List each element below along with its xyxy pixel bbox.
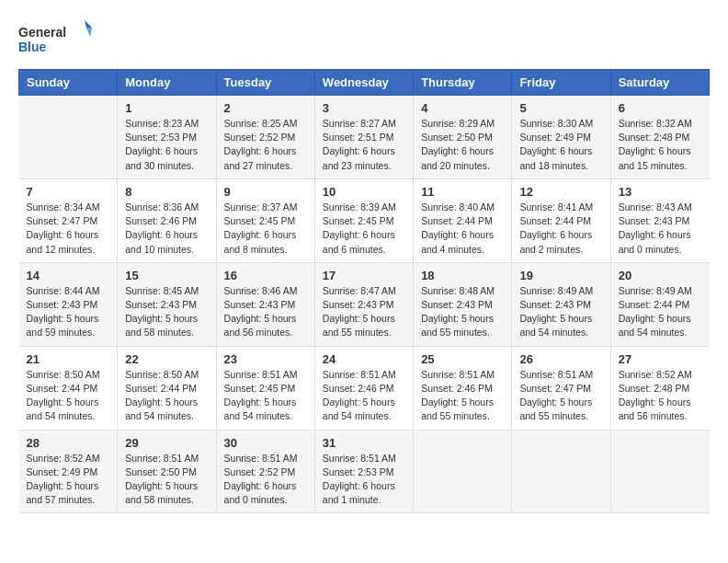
day-info: Sunrise: 8:43 AM Sunset: 2:43 PM Dayligh…: [619, 201, 702, 257]
calendar-cell: 24Sunrise: 8:51 AM Sunset: 2:46 PM Dayli…: [314, 346, 413, 430]
day-info: Sunrise: 8:51 AM Sunset: 2:50 PM Dayligh…: [125, 452, 208, 508]
week-row-1: 1Sunrise: 8:23 AM Sunset: 2:53 PM Daylig…: [19, 96, 710, 179]
day-number: 27: [619, 352, 702, 366]
calendar-cell: 9Sunrise: 8:37 AM Sunset: 2:45 PM Daylig…: [216, 178, 314, 262]
day-number: 12: [519, 185, 602, 199]
day-info: Sunrise: 8:25 AM Sunset: 2:52 PM Dayligh…: [224, 117, 307, 173]
day-number: 11: [421, 185, 504, 199]
day-number: 9: [224, 185, 307, 199]
day-info: Sunrise: 8:50 AM Sunset: 2:44 PM Dayligh…: [27, 368, 110, 424]
calendar-cell: 25Sunrise: 8:51 AM Sunset: 2:46 PM Dayli…: [414, 346, 512, 430]
calendar-cell: 20Sunrise: 8:49 AM Sunset: 2:44 PM Dayli…: [610, 262, 709, 346]
day-number: 29: [125, 436, 208, 450]
calendar-cell: 5Sunrise: 8:30 AM Sunset: 2:49 PM Daylig…: [512, 96, 610, 179]
day-number: 10: [323, 185, 405, 199]
day-info: Sunrise: 8:45 AM Sunset: 2:43 PM Dayligh…: [125, 284, 208, 340]
day-info: Sunrise: 8:41 AM Sunset: 2:44 PM Dayligh…: [519, 201, 602, 257]
day-info: Sunrise: 8:49 AM Sunset: 2:44 PM Dayligh…: [619, 284, 702, 340]
day-info: Sunrise: 8:44 AM Sunset: 2:43 PM Dayligh…: [27, 284, 110, 340]
day-header-sunday: Sunday: [19, 70, 118, 96]
calendar-cell: 21Sunrise: 8:50 AM Sunset: 2:44 PM Dayli…: [19, 346, 118, 430]
day-number: 1: [125, 101, 208, 115]
calendar-table: SundayMondayTuesdayWednesdayThursdayFrid…: [18, 69, 710, 513]
day-info: Sunrise: 8:37 AM Sunset: 2:45 PM Dayligh…: [224, 201, 307, 257]
day-info: Sunrise: 8:40 AM Sunset: 2:44 PM Dayligh…: [421, 201, 504, 257]
day-number: 20: [619, 269, 702, 282]
week-row-2: 7Sunrise: 8:34 AM Sunset: 2:47 PM Daylig…: [19, 178, 710, 262]
calendar-cell: [610, 430, 709, 513]
calendar-cell: 18Sunrise: 8:48 AM Sunset: 2:43 PM Dayli…: [414, 262, 512, 346]
calendar-cell: 13Sunrise: 8:43 AM Sunset: 2:43 PM Dayli…: [610, 178, 709, 262]
calendar-cell: 22Sunrise: 8:50 AM Sunset: 2:44 PM Dayli…: [118, 346, 216, 430]
day-info: Sunrise: 8:23 AM Sunset: 2:53 PM Dayligh…: [125, 117, 208, 173]
day-info: Sunrise: 8:36 AM Sunset: 2:46 PM Dayligh…: [125, 201, 208, 257]
calendar-cell: 7Sunrise: 8:34 AM Sunset: 2:47 PM Daylig…: [19, 178, 118, 262]
svg-marker-3: [86, 28, 92, 37]
day-header-saturday: Saturday: [610, 70, 709, 96]
day-header-monday: Monday: [118, 70, 216, 96]
day-number: 21: [27, 352, 110, 366]
day-info: Sunrise: 8:52 AM Sunset: 2:48 PM Dayligh…: [619, 368, 702, 424]
calendar-cell: 2Sunrise: 8:25 AM Sunset: 2:52 PM Daylig…: [216, 96, 314, 179]
day-header-thursday: Thursday: [414, 70, 512, 96]
calendar-cell: 15Sunrise: 8:45 AM Sunset: 2:43 PM Dayli…: [118, 262, 216, 346]
days-header-row: SundayMondayTuesdayWednesdayThursdayFrid…: [19, 70, 710, 96]
calendar-cell: 16Sunrise: 8:46 AM Sunset: 2:43 PM Dayli…: [216, 262, 314, 346]
day-info: Sunrise: 8:39 AM Sunset: 2:45 PM Dayligh…: [323, 201, 405, 257]
calendar-cell: 27Sunrise: 8:52 AM Sunset: 2:48 PM Dayli…: [610, 346, 709, 430]
calendar-cell: 28Sunrise: 8:52 AM Sunset: 2:49 PM Dayli…: [19, 430, 118, 513]
calendar-cell: [19, 96, 118, 179]
calendar-cell: 8Sunrise: 8:36 AM Sunset: 2:46 PM Daylig…: [118, 178, 216, 262]
day-info: Sunrise: 8:30 AM Sunset: 2:49 PM Dayligh…: [519, 117, 602, 173]
calendar-cell: 26Sunrise: 8:51 AM Sunset: 2:47 PM Dayli…: [512, 346, 610, 430]
day-number: 15: [125, 269, 208, 282]
day-info: Sunrise: 8:48 AM Sunset: 2:43 PM Dayligh…: [421, 284, 504, 340]
day-info: Sunrise: 8:47 AM Sunset: 2:43 PM Dayligh…: [323, 284, 405, 340]
day-number: 16: [224, 269, 307, 282]
day-number: 28: [27, 436, 110, 450]
day-info: Sunrise: 8:27 AM Sunset: 2:51 PM Dayligh…: [323, 117, 405, 173]
day-number: 6: [619, 101, 702, 115]
day-number: 19: [519, 269, 602, 282]
day-info: Sunrise: 8:34 AM Sunset: 2:47 PM Dayligh…: [27, 201, 110, 257]
day-number: 31: [323, 436, 405, 450]
week-row-3: 14Sunrise: 8:44 AM Sunset: 2:43 PM Dayli…: [19, 262, 710, 346]
calendar-cell: [414, 430, 512, 513]
calendar-cell: 4Sunrise: 8:29 AM Sunset: 2:50 PM Daylig…: [414, 96, 512, 179]
day-info: Sunrise: 8:51 AM Sunset: 2:52 PM Dayligh…: [224, 452, 307, 508]
day-number: 2: [224, 101, 307, 115]
calendar-cell: [512, 430, 610, 513]
calendar-cell: 12Sunrise: 8:41 AM Sunset: 2:44 PM Dayli…: [512, 178, 610, 262]
day-number: 17: [323, 269, 405, 282]
calendar-cell: 29Sunrise: 8:51 AM Sunset: 2:50 PM Dayli…: [118, 430, 216, 513]
day-info: Sunrise: 8:50 AM Sunset: 2:44 PM Dayligh…: [125, 368, 208, 424]
week-row-5: 28Sunrise: 8:52 AM Sunset: 2:49 PM Dayli…: [19, 430, 710, 513]
day-number: 25: [421, 352, 504, 366]
day-info: Sunrise: 8:51 AM Sunset: 2:53 PM Dayligh…: [323, 452, 405, 508]
day-number: 23: [224, 352, 307, 366]
day-number: 3: [323, 101, 405, 115]
day-header-wednesday: Wednesday: [314, 70, 413, 96]
calendar-cell: 1Sunrise: 8:23 AM Sunset: 2:53 PM Daylig…: [118, 96, 216, 179]
day-info: Sunrise: 8:51 AM Sunset: 2:46 PM Dayligh…: [323, 368, 405, 424]
svg-marker-2: [85, 20, 92, 28]
day-header-tuesday: Tuesday: [216, 70, 314, 96]
day-number: 30: [224, 436, 307, 450]
calendar-cell: 23Sunrise: 8:51 AM Sunset: 2:45 PM Dayli…: [216, 346, 314, 430]
svg-text:Blue: Blue: [18, 40, 47, 54]
calendar-cell: 6Sunrise: 8:32 AM Sunset: 2:48 PM Daylig…: [610, 96, 709, 179]
day-number: 24: [323, 352, 405, 366]
day-header-friday: Friday: [512, 70, 610, 96]
day-number: 5: [519, 101, 602, 115]
day-number: 13: [619, 185, 702, 199]
day-info: Sunrise: 8:51 AM Sunset: 2:45 PM Dayligh…: [224, 368, 307, 424]
day-info: Sunrise: 8:32 AM Sunset: 2:48 PM Dayligh…: [619, 117, 702, 173]
svg-text:General: General: [18, 25, 66, 40]
calendar-cell: 14Sunrise: 8:44 AM Sunset: 2:43 PM Dayli…: [19, 262, 118, 346]
day-number: 14: [27, 269, 110, 282]
day-number: 4: [421, 101, 504, 115]
day-info: Sunrise: 8:29 AM Sunset: 2:50 PM Dayligh…: [421, 117, 504, 173]
day-number: 26: [519, 352, 602, 366]
calendar-cell: 31Sunrise: 8:51 AM Sunset: 2:53 PM Dayli…: [314, 430, 413, 513]
calendar-cell: 3Sunrise: 8:27 AM Sunset: 2:51 PM Daylig…: [314, 96, 413, 179]
